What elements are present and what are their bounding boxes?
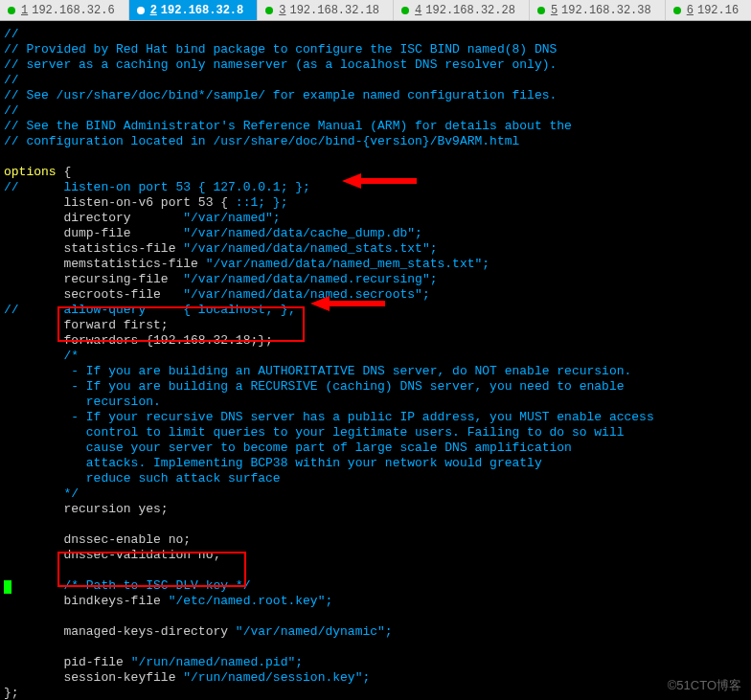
code-line: // listen-on port 53 { 127.0.0.1; }; [4, 180, 747, 195]
code-line: dnssec-enable no; [4, 532, 747, 548]
tab-num: 1 [21, 4, 28, 17]
code-line: pid-file "/run/named/named.pid"; [4, 655, 747, 670]
code-line: // Provided by Red Hat bind package to c… [4, 42, 747, 57]
code-line: recursion. [4, 395, 747, 410]
tab-1[interactable]: 1192.168.32.6 [0, 0, 129, 20]
status-dot-icon [401, 7, 409, 14]
code-line: // [4, 73, 747, 88]
code-line: }; [4, 686, 747, 700]
code-line: // See /usr/share/doc/bind*/sample/ for … [4, 88, 747, 103]
code-line: /* Path to ISC DLV key */ [4, 578, 747, 594]
tab-num: 4 [415, 4, 421, 17]
code-line: - If your recursive DNS server has a pub… [4, 410, 747, 425]
tab-bar: 1192.168.32.6 2192.168.32.8 3192.168.32.… [0, 0, 751, 21]
code-line: options { [4, 165, 747, 180]
code-line: reduce such attack surface [4, 471, 747, 486]
tab-num: 2 [150, 4, 157, 17]
tab-ip: 192.168.32.28 [425, 4, 515, 17]
tab-num: 6 [687, 4, 694, 17]
code-line [4, 609, 747, 624]
code-line: forwarders {192.168.32.18;}; [4, 333, 747, 349]
code-line: // [4, 27, 747, 42]
code-line: cause your server to become part of larg… [4, 440, 747, 456]
cursor-icon [4, 580, 11, 594]
tab-num: 3 [279, 4, 285, 17]
code-line: // allow-query { localhost; }; [4, 303, 747, 318]
status-dot-icon [137, 7, 145, 14]
code-line [4, 563, 747, 578]
code-line: dnssec-validation no; [4, 548, 747, 563]
code-line: recursing-file "/var/named/data/named.re… [4, 272, 747, 287]
code-line: dump-file "/var/named/data/cache_dump.db… [4, 226, 747, 241]
code-line: control to limit queries to your legitim… [4, 425, 747, 440]
code-line: managed-keys-directory "/var/named/dynam… [4, 624, 747, 640]
code-line: memstatistics-file "/var/named/data/name… [4, 257, 747, 272]
code-line [4, 640, 747, 655]
terminal[interactable]: // // Provided by Red Hat bind package t… [0, 21, 751, 700]
code-line: */ [4, 486, 747, 502]
tab-2[interactable]: 2192.168.32.8 [129, 0, 259, 20]
tab-5[interactable]: 5192.168.32.38 [530, 0, 666, 20]
tab-4[interactable]: 4192.168.32.28 [394, 0, 530, 20]
tab-ip: 192.168.32.18 [289, 4, 379, 17]
tab-ip: 192.168.32.8 [161, 4, 243, 17]
code-line: recursion yes; [4, 502, 747, 517]
code-line: // configuration located in /usr/share/d… [4, 134, 747, 149]
status-dot-icon [673, 7, 681, 14]
code-line: directory "/var/named"; [4, 211, 747, 226]
code-line: - If you are building a RECURSIVE (cachi… [4, 379, 747, 395]
tab-num: 5 [551, 4, 558, 17]
code-line: bindkeys-file "/etc/named.root.key"; [4, 594, 747, 609]
code-line: // server as a caching only nameserver (… [4, 57, 747, 73]
tab-ip: 192.168.32.6 [32, 4, 114, 17]
watermark: ©51CTO博客 [668, 677, 741, 694]
tab-ip: 192.168.32.38 [561, 4, 651, 17]
code-line: statistics-file "/var/named/data/named_s… [4, 241, 747, 257]
tab-ip: 192.16 [697, 4, 739, 17]
code-line [4, 517, 747, 532]
status-dot-icon [8, 7, 15, 14]
status-dot-icon [537, 7, 545, 14]
code-line: // See the BIND Administrator's Referenc… [4, 119, 747, 134]
code-line: /* [4, 349, 747, 364]
tab-3[interactable]: 3192.168.32.18 [258, 0, 394, 20]
code-line: // [4, 103, 747, 119]
tab-6[interactable]: 6192.16 [666, 0, 751, 20]
status-dot-icon [265, 7, 273, 14]
code-line: secroots-file "/var/named/data/named.sec… [4, 287, 747, 303]
code-line: forward first; [4, 318, 747, 333]
code-line [4, 149, 747, 165]
code-line: attacks. Implementing BCP38 within your … [4, 456, 747, 471]
code-line: - If you are building an AUTHORITATIVE D… [4, 364, 747, 379]
code-line: listen-on-v6 port 53 { ::1; }; [4, 195, 747, 211]
code-line: session-keyfile "/run/named/session.key"… [4, 670, 747, 686]
